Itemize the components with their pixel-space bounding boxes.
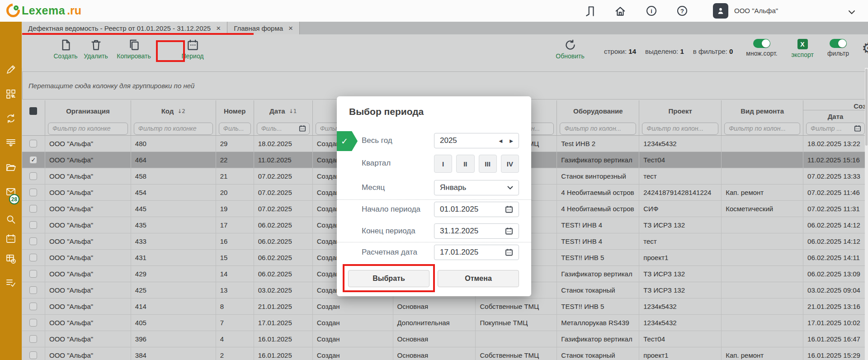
- table-row[interactable]: ООО "Альфа"414821.01.2025СозданОсновнаяС…: [22, 298, 868, 315]
- quarter-button-2[interactable]: II: [456, 155, 474, 173]
- user-avatar[interactable]: [713, 3, 728, 19]
- info-icon[interactable]: i: [646, 5, 658, 17]
- row-checkbox[interactable]: [29, 237, 37, 245]
- filter-toggle[interactable]: фильтр: [816, 39, 861, 57]
- select-all-checkbox[interactable]: [29, 107, 37, 115]
- column-filter-num[interactable]: [219, 123, 251, 135]
- row-checkbox[interactable]: [29, 205, 37, 213]
- excel-icon[interactable]: X: [797, 39, 808, 49]
- home-icon[interactable]: [614, 5, 626, 17]
- table-row[interactable]: ООО "Альфа"384216.01.2025СозданОсновнаяС…: [22, 347, 868, 360]
- help-icon[interactable]: ?: [677, 5, 689, 17]
- row-checkbox[interactable]: [29, 254, 37, 261]
- exit-icon[interactable]: [585, 5, 596, 17]
- vertical-scrollbar[interactable]: [865, 68, 868, 360]
- row-checkbox[interactable]: [29, 189, 37, 196]
- toggle-on-icon[interactable]: [753, 39, 770, 48]
- row-checkbox-cell: [22, 331, 45, 347]
- row-checkbox[interactable]: [29, 335, 37, 343]
- row-checkbox[interactable]: ✓: [29, 156, 37, 164]
- row-checkbox[interactable]: [29, 172, 37, 180]
- header-cell-org[interactable]: Организация: [45, 100, 131, 135]
- column-filter-created[interactable]: [806, 123, 865, 135]
- tab-main-form[interactable]: Главная форма ×: [227, 22, 300, 34]
- quarter-button-3[interactable]: III: [479, 155, 497, 173]
- column-filter-project[interactable]: [642, 123, 718, 135]
- filter-input[interactable]: [260, 124, 297, 133]
- delete-button[interactable]: Удалить: [75, 39, 116, 60]
- gear-icon[interactable]: ⚙: [862, 41, 868, 56]
- tab-defect-register[interactable]: Дефектная ведомость - Реестр от 01.01.20…: [22, 22, 227, 34]
- company-name[interactable]: ООО "Альфа": [734, 7, 778, 14]
- calendar-icon[interactable]: [5, 233, 16, 244]
- close-icon[interactable]: ×: [216, 24, 221, 32]
- row-checkbox[interactable]: [29, 303, 37, 310]
- cancel-button[interactable]: Отмена: [438, 270, 519, 287]
- column-filter-repair[interactable]: [724, 123, 800, 135]
- header-cell-num[interactable]: Номер: [216, 100, 254, 135]
- column-filter-date[interactable]: [257, 123, 310, 135]
- copy-button[interactable]: Копировать: [113, 39, 154, 60]
- filter-input[interactable]: [646, 124, 715, 133]
- table-row[interactable]: ООО "Альфа"405717.01.2025СозданДополните…: [22, 315, 868, 331]
- row-checkbox[interactable]: [29, 221, 37, 229]
- folder-icon[interactable]: [5, 162, 16, 173]
- header-cell-code[interactable]: Код↓2: [131, 100, 216, 135]
- filter-input[interactable]: [810, 124, 852, 133]
- column-title: Вид ремонта: [741, 107, 784, 115]
- month-select[interactable]: Январь: [434, 180, 519, 195]
- period-end-input[interactable]: 31.12.2025: [434, 223, 519, 239]
- checklist-icon[interactable]: [5, 277, 16, 288]
- row-checkbox[interactable]: [29, 286, 37, 294]
- column-filter-code[interactable]: [134, 123, 213, 135]
- chevron-down-icon[interactable]: [848, 8, 855, 16]
- close-icon[interactable]: ×: [288, 24, 293, 32]
- cell-repair: [722, 282, 803, 298]
- sync-icon[interactable]: [5, 113, 16, 124]
- header-cell-repair[interactable]: Вид ремонта: [722, 100, 803, 135]
- filter-input[interactable]: [137, 124, 209, 133]
- column-filter-org[interactable]: [48, 123, 128, 135]
- row-checkbox[interactable]: [29, 319, 37, 327]
- filter-input[interactable]: [728, 124, 797, 133]
- table-clock-icon[interactable]: [5, 253, 16, 264]
- calc-date-input[interactable]: 17.01.2025: [434, 245, 519, 260]
- row-checkbox[interactable]: [29, 351, 37, 359]
- quarter-button-1[interactable]: I: [434, 155, 452, 173]
- filter-input[interactable]: [52, 124, 124, 133]
- toolbar: Создать Удалить Копировать Период Обнови…: [22, 34, 868, 68]
- header-cell-equip[interactable]: Оборудование: [557, 100, 639, 135]
- header-cell-project[interactable]: Проект: [639, 100, 722, 135]
- year-spinner[interactable]: 2025 ◀▶: [434, 133, 519, 148]
- list-export-icon[interactable]: [5, 137, 16, 148]
- header-cell-created[interactable]: СоздДата: [803, 100, 868, 135]
- next-year-icon[interactable]: ▶: [509, 138, 513, 143]
- cell-repair: [722, 168, 803, 184]
- column-filter-equip[interactable]: [560, 123, 636, 135]
- table-row[interactable]: ООО "Альфа"396416.01.2025СозданОсновнаяГ…: [22, 331, 868, 347]
- cell-code: 435: [131, 217, 216, 233]
- period-start-input[interactable]: 01.01.2025: [434, 202, 519, 217]
- filter-input[interactable]: [222, 124, 247, 133]
- row-checkbox[interactable]: [29, 140, 37, 147]
- refresh-button[interactable]: Обновить: [550, 39, 590, 60]
- search-icon[interactable]: [5, 214, 16, 225]
- sort-indicator: ↓1: [289, 108, 297, 114]
- toggle-on-icon[interactable]: [830, 39, 847, 48]
- prev-year-icon[interactable]: ◀: [499, 138, 503, 143]
- group-header-label: Созд: [803, 100, 868, 110]
- row-checkbox[interactable]: [29, 270, 37, 278]
- grid-stats: строки: 14 выделено: 1 в фильтре: 0: [604, 34, 733, 68]
- quarter-button-4[interactable]: IV: [501, 155, 519, 173]
- header-cell-date[interactable]: Дата↓1: [254, 100, 313, 135]
- group-by-bar[interactable]: Перетащите сюда колонку для группировки …: [22, 71, 868, 99]
- multisort-toggle[interactable]: множ.сорт.: [739, 39, 784, 57]
- delete-label: Удалить: [84, 52, 108, 60]
- pencil-icon[interactable]: [5, 64, 16, 75]
- filter-input[interactable]: [563, 124, 632, 133]
- qr-code-icon[interactable]: [5, 89, 16, 99]
- checked-ribbon-icon[interactable]: ✓: [337, 131, 358, 151]
- cell-project: ТЗ ИСРЗ 132: [639, 266, 722, 282]
- sort-indicator: ↓2: [177, 108, 185, 114]
- cell-equip: Металлорукав RS439: [557, 315, 639, 331]
